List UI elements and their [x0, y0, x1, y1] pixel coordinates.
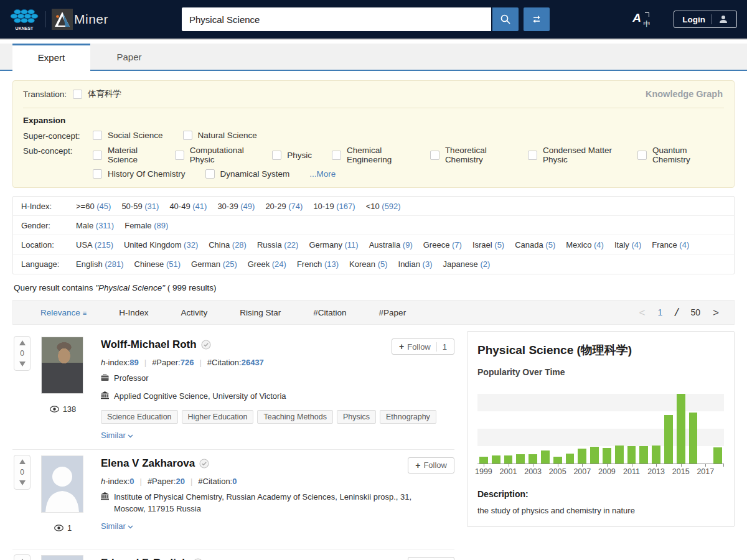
stat-separator: | — [190, 477, 192, 486]
uknest-logo-icon[interactable]: UKNEST — [10, 7, 39, 32]
research-tag[interactable]: Ethnography — [380, 410, 436, 424]
next-page-arrow[interactable]: > — [713, 307, 719, 318]
avatar[interactable] — [41, 455, 83, 513]
translation-label: Translation: — [23, 90, 67, 99]
filter-option[interactable]: German (25) — [191, 259, 237, 269]
filter-option[interactable]: <10 (592) — [366, 202, 401, 211]
similar-experts-link[interactable]: Similar — [101, 431, 133, 440]
sort-option-paper[interactable]: #Paper — [379, 308, 406, 317]
filter-option[interactable]: Australia (9) — [369, 240, 413, 250]
filter-option-count: (89) — [154, 221, 168, 230]
concept-checkbox-condensed-matter-physic[interactable]: Condensed Matter Physic — [528, 146, 618, 164]
follow-button[interactable]: +Follow — [408, 457, 454, 474]
concept-checkbox-quantum-chemistry[interactable]: Quantum Chemistry — [637, 146, 710, 164]
avatar[interactable] — [41, 337, 83, 394]
chart-bar-2007 — [578, 449, 586, 464]
similar-experts-link[interactable]: Similar — [101, 521, 133, 531]
filter-option[interactable]: France (4) — [652, 240, 689, 250]
follow-button[interactable]: +Follow1 — [392, 338, 454, 355]
login-button[interactable]: Login — [674, 11, 737, 28]
filter-option[interactable]: English (281) — [76, 259, 124, 269]
filter-option[interactable]: Israel (5) — [472, 240, 504, 250]
concept-side-panel: Physical Science (物理科学) Popularity Over … — [467, 331, 735, 527]
filter-option[interactable]: Russia (22) — [257, 240, 298, 250]
filter-option[interactable]: Male (311) — [76, 221, 114, 230]
plus-icon: + — [399, 342, 404, 352]
search-input[interactable] — [182, 7, 491, 31]
concept-title-en: Physical Science — [477, 343, 573, 357]
translation-checkbox[interactable]: 体育科学 — [73, 88, 121, 100]
filter-option-count: (5) — [494, 240, 504, 250]
current-page[interactable]: 1 — [657, 307, 662, 317]
knowledge-graph-link[interactable]: Knowledge Graph — [646, 89, 723, 99]
concept-checkbox-material-science[interactable]: Material Science — [93, 146, 155, 164]
concept-checkbox-social-science[interactable]: Social Science — [93, 131, 163, 140]
filter-option[interactable]: 40-49 (41) — [169, 202, 207, 211]
downvote-arrow-icon[interactable] — [19, 362, 26, 366]
avatar[interactable] — [41, 555, 83, 560]
upvote-arrow-icon[interactable] — [19, 459, 26, 464]
filter-option[interactable]: United Kingdom (32) — [124, 240, 198, 250]
research-tag[interactable]: Teaching Methods — [257, 410, 332, 424]
tab-paper[interactable]: Paper — [90, 44, 168, 70]
filter-option[interactable]: 50-59 (31) — [121, 202, 159, 211]
concept-checkbox-natural-science[interactable]: Natural Science — [183, 131, 257, 140]
language-toggle-icon[interactable]: A 中 — [631, 10, 650, 29]
sort-option-relevance[interactable]: Relevance≡ — [40, 308, 87, 317]
tab-expert[interactable]: Expert — [12, 44, 90, 71]
concept-checkbox-physic[interactable]: Physic — [272, 151, 312, 160]
popularity-bar-chart — [477, 394, 724, 464]
filter-option-text: Australia — [369, 240, 403, 250]
search-button[interactable] — [492, 7, 519, 31]
research-tag[interactable]: Physics — [337, 410, 376, 424]
chart-bar-2018 — [713, 447, 722, 464]
filter-option[interactable]: Mexico (4) — [566, 240, 604, 250]
expert-name[interactable]: Edward F. Redish — [101, 557, 189, 560]
filter-row-gender: Gender:Male (311)Female (89) — [13, 216, 734, 235]
axis-tick-label: 2013 — [647, 467, 665, 476]
concept-checkbox-chemical-engineering[interactable]: Chemical Engineering — [332, 146, 410, 164]
concept-option-label: Material Science — [108, 146, 155, 164]
more-concepts-link[interactable]: ...More — [309, 169, 336, 179]
research-tag[interactable]: Science Education — [101, 410, 178, 424]
filter-option[interactable]: Korean (5) — [349, 259, 387, 269]
expansion-title: Expansion — [23, 116, 724, 125]
upvote-arrow-icon[interactable] — [19, 340, 26, 345]
filter-option[interactable]: Indian (3) — [398, 259, 433, 269]
filter-option[interactable]: Greek (24) — [248, 259, 286, 269]
filter-option[interactable]: Germany (11) — [309, 240, 358, 250]
filter-option-text: German — [191, 259, 223, 269]
filter-option[interactable]: Chinese (51) — [134, 259, 181, 269]
sort-option-citation[interactable]: #Citation — [313, 308, 346, 317]
sort-option-h-index[interactable]: H-Index — [119, 308, 148, 317]
filter-option[interactable]: Canada (5) — [515, 240, 555, 250]
concept-checkbox-theoretical-chemistry[interactable]: Theoretical Chemistry — [430, 146, 508, 164]
expert-name[interactable]: Wolff-Michael Roth — [101, 338, 197, 351]
sort-option-risingstar[interactable]: Rising Star — [240, 308, 281, 317]
prev-page-arrow[interactable]: < — [639, 307, 645, 318]
filter-option[interactable]: China (28) — [209, 240, 247, 250]
aminer-logo[interactable]: Miner — [52, 9, 108, 30]
concept-checkbox-history-of-chemistry[interactable]: History Of Chemistry — [93, 169, 186, 179]
sort-option-activity[interactable]: Activity — [181, 308, 208, 317]
filter-option[interactable]: Female (89) — [125, 221, 168, 230]
expert-name[interactable]: Elena V Zakharova — [101, 457, 195, 470]
filter-option[interactable]: French (13) — [297, 259, 339, 269]
filter-option-count: (592) — [382, 202, 400, 211]
chart-bar-2012 — [639, 446, 648, 464]
research-tag[interactable]: Higher Education — [182, 410, 254, 424]
follow-button[interactable]: +Follow — [408, 557, 454, 560]
navbar-right: A 中 Login — [631, 10, 737, 29]
concept-checkbox-dynamical-system[interactable]: Dynamical System — [205, 169, 290, 179]
downvote-arrow-icon[interactable] — [19, 480, 26, 485]
concept-checkbox-computational-physic[interactable]: Computational Physic — [175, 146, 253, 164]
filter-option[interactable]: >=60 (45) — [76, 202, 111, 211]
filter-option[interactable]: Italy (4) — [614, 240, 641, 250]
filter-option[interactable]: Japanese (2) — [443, 259, 490, 269]
filter-option[interactable]: 10-19 (167) — [313, 202, 355, 211]
filter-option[interactable]: 30-39 (49) — [217, 202, 255, 211]
filter-option[interactable]: 20-29 (74) — [265, 202, 303, 211]
repeat-search-button[interactable] — [524, 7, 550, 31]
filter-option[interactable]: Greece (7) — [423, 240, 462, 250]
filter-option[interactable]: USA (215) — [76, 240, 113, 250]
